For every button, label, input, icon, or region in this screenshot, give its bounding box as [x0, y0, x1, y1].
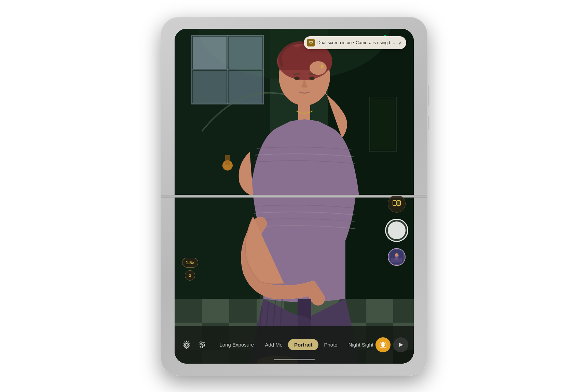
svg-rect-10	[229, 71, 262, 103]
scroll-indicator	[274, 359, 315, 360]
svg-point-71	[381, 343, 385, 347]
mode-add-me[interactable]: Add Me	[259, 339, 288, 350]
mode-photo[interactable]: Photo	[318, 339, 343, 350]
screen-top-half: 🛡 Dual screen is on • Camera is using b.…	[175, 29, 414, 196]
svg-marker-73	[399, 343, 403, 347]
notification-banner[interactable]: 🛡 Dual screen is on • Camera is using b.…	[304, 36, 406, 49]
zoom-number-badge[interactable]: 2	[185, 270, 195, 281]
svg-point-70	[201, 346, 203, 348]
svg-rect-9	[193, 71, 227, 103]
svg-point-19	[310, 61, 327, 75]
zoom-level-badge[interactable]: 1.5×	[182, 258, 199, 268]
svg-rect-12	[371, 99, 395, 150]
notification-text: Dual screen is on • Camera is using b...	[317, 40, 395, 45]
shutter-button[interactable]	[385, 219, 408, 242]
svg-rect-58	[397, 201, 400, 205]
chevron-down-icon[interactable]: ∨	[398, 40, 401, 45]
svg-rect-14	[225, 155, 230, 165]
zoom-controls: 1.5× 2	[182, 258, 199, 281]
flip-screen-button[interactable]	[388, 196, 406, 213]
mode-night-sight[interactable]: Night Sight	[343, 339, 373, 350]
mode-long-exposure[interactable]: Long Exposure	[214, 339, 260, 350]
svg-rect-8	[229, 37, 262, 69]
camera-mode-list: Long Exposure Add Me Portrait Photo Nigh…	[214, 339, 373, 350]
phone-device: 🛡 Dual screen is on • Camera is using b.…	[161, 17, 427, 376]
side-button-mid[interactable]	[428, 116, 429, 130]
capture-mode-toggle	[375, 337, 408, 352]
settings-button[interactable]	[180, 338, 193, 351]
camera-controls-bar: Long Exposure Add Me Portrait Photo Nigh…	[175, 326, 414, 364]
svg-point-68	[200, 342, 202, 344]
side-button-top[interactable]	[428, 85, 429, 106]
svg-rect-57	[393, 201, 396, 205]
screen: 🛡 Dual screen is on • Camera is using b.…	[175, 29, 414, 364]
right-camera-controls	[385, 196, 408, 266]
svg-rect-27	[229, 299, 257, 323]
svg-rect-20	[321, 65, 323, 68]
svg-rect-33	[393, 299, 414, 323]
svg-rect-32	[366, 299, 393, 323]
screen-bottom-half: 1.5× 2	[175, 196, 414, 364]
shutter-inner	[388, 221, 406, 239]
svg-rect-25	[175, 299, 202, 323]
svg-point-64	[185, 343, 188, 346]
mode-portrait[interactable]: Portrait	[288, 339, 318, 350]
svg-rect-26	[202, 299, 229, 323]
svg-point-62	[395, 253, 398, 257]
svg-rect-7	[193, 37, 227, 69]
svg-point-18	[309, 77, 315, 80]
svg-rect-72	[382, 342, 384, 343]
svg-point-69	[203, 344, 205, 346]
scene-top-svg	[175, 29, 414, 196]
shield-icon: 🛡	[307, 39, 315, 46]
video-mode-button[interactable]	[393, 337, 408, 352]
svg-point-17	[294, 77, 300, 80]
svg-rect-63	[395, 257, 398, 260]
gallery-thumbnail[interactable]	[388, 248, 406, 266]
photo-mode-button[interactable]	[375, 337, 391, 352]
adjustments-button[interactable]	[196, 338, 209, 351]
